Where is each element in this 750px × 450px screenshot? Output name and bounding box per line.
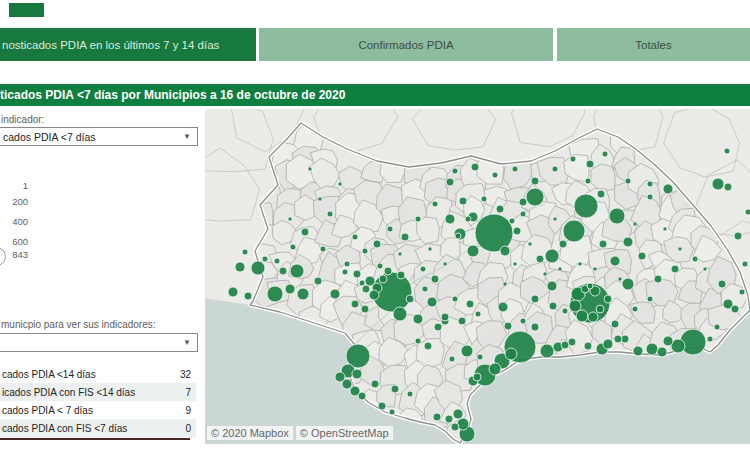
map-bubble[interactable]: [498, 302, 508, 312]
map-bubble[interactable]: [262, 256, 268, 262]
map-bubble[interactable]: [452, 296, 458, 302]
map-bubble[interactable]: [570, 156, 576, 162]
map-bubble[interactable]: [351, 300, 359, 308]
map-bubble[interactable]: [618, 277, 622, 281]
map-bubble[interactable]: [407, 391, 413, 397]
map-bubble[interactable]: [434, 323, 442, 331]
map-bubble[interactable]: [547, 281, 557, 291]
table-row[interactable]: icados PDIA con FIS <14 días 7: [0, 383, 196, 401]
map-bubble[interactable]: [739, 289, 745, 295]
map-bubble[interactable]: [288, 217, 292, 221]
map-bubble[interactable]: [445, 415, 453, 423]
map-bubble[interactable]: [513, 227, 521, 235]
map-bubble[interactable]: [519, 198, 527, 206]
map-bubble[interactable]: [406, 295, 414, 303]
map-bubble[interactable]: [610, 256, 620, 266]
map-bubble[interactable]: [428, 247, 432, 251]
map-bubble[interactable]: [603, 339, 613, 349]
table-row[interactable]: cados PDIA < 7 días 9: [0, 401, 196, 419]
map-bubble[interactable]: [377, 263, 383, 269]
map-bubble[interactable]: [308, 167, 312, 171]
map-bubble[interactable]: [465, 216, 471, 222]
map-bubble[interactable]: [593, 267, 597, 271]
map-bubble[interactable]: [654, 275, 662, 283]
map-bubble[interactable]: [540, 344, 554, 358]
map-bubble[interactable]: [373, 240, 381, 248]
map-bubble[interactable]: [611, 320, 619, 328]
map-bubble[interactable]: [638, 252, 646, 260]
municipality-dropdown[interactable]: ▼: [0, 333, 198, 352]
map-bubble[interactable]: [461, 345, 473, 357]
map-bubble[interactable]: [384, 267, 392, 275]
map-bubble[interactable]: [433, 413, 441, 421]
map-bubble[interactable]: [712, 178, 724, 190]
map-bubble[interactable]: [531, 323, 539, 331]
map-bubble[interactable]: [505, 348, 517, 360]
map-bubble[interactable]: [352, 234, 358, 240]
map-bubble[interactable]: [387, 226, 393, 232]
map-bubble[interactable]: [279, 267, 287, 275]
mapbox-attribution-link[interactable]: © 2020 Mapbox: [207, 426, 293, 440]
map-bubble[interactable]: [251, 261, 265, 275]
map-bubble[interactable]: [330, 289, 340, 299]
map-bubble[interactable]: [338, 182, 342, 186]
map-bubble[interactable]: [446, 178, 454, 186]
map-bubble[interactable]: [632, 306, 638, 312]
map-bubble[interactable]: [596, 305, 604, 313]
map-bubble[interactable]: [578, 262, 582, 266]
map-bubble[interactable]: [531, 177, 539, 185]
map-bubble[interactable]: [342, 379, 352, 389]
map-bubble[interactable]: [504, 322, 512, 330]
map-bubble[interactable]: [724, 148, 730, 154]
table-row[interactable]: cados PDIA con FIS <7 días 0: [0, 419, 196, 437]
map-bubble[interactable]: [477, 354, 483, 360]
map-bubble[interactable]: [441, 313, 449, 321]
map-bubble[interactable]: [378, 402, 386, 410]
map-bubble[interactable]: [244, 292, 252, 300]
map-bubble[interactable]: [397, 271, 405, 279]
map-bubble[interactable]: [473, 373, 481, 381]
map-bubble[interactable]: [646, 343, 658, 355]
map-bubble[interactable]: [584, 342, 592, 350]
map-bubble[interactable]: [531, 295, 539, 303]
map-visual[interactable]: © 2020 Mapbox © OpenStreetMap: [205, 109, 750, 444]
map-bubble[interactable]: [724, 183, 732, 191]
map-bubble[interactable]: [228, 287, 238, 297]
map-bubble[interactable]: [242, 249, 248, 255]
map-bubble[interactable]: [489, 363, 501, 375]
map-bubble[interactable]: [342, 269, 348, 275]
map-bubble[interactable]: [576, 310, 588, 322]
map-bubble[interactable]: [422, 286, 428, 292]
map-bubble[interactable]: [361, 305, 369, 313]
map-bubble[interactable]: [545, 249, 559, 263]
map-bubble[interactable]: [398, 252, 402, 256]
map-bubble[interactable]: [585, 178, 591, 184]
map-bubble[interactable]: [509, 218, 515, 224]
map-bubble[interactable]: [318, 197, 322, 201]
map-bubble[interactable]: [314, 277, 322, 285]
map-bubble[interactable]: [481, 196, 487, 202]
map-bubble[interactable]: [549, 302, 557, 310]
map-bubble[interactable]: [526, 188, 544, 206]
map-bubble[interactable]: [344, 261, 350, 267]
map-bubble[interactable]: [496, 205, 504, 213]
map-bubble[interactable]: [458, 317, 466, 325]
map-bubble[interactable]: [520, 318, 526, 324]
map-bubble[interactable]: [467, 245, 479, 257]
map-bubble[interactable]: [445, 214, 455, 224]
map-bubble[interactable]: [623, 237, 633, 247]
map-bubble[interactable]: [633, 346, 643, 356]
map-bubble[interactable]: [663, 336, 673, 346]
map-bubble[interactable]: [371, 380, 379, 388]
map-bubble[interactable]: [503, 282, 507, 286]
map-bubble[interactable]: [327, 211, 333, 217]
map-bubble[interactable]: [553, 217, 557, 221]
map-bubble[interactable]: [552, 166, 558, 172]
map-bubble[interactable]: [432, 201, 438, 207]
map-bubble[interactable]: [731, 305, 739, 313]
map-bubble[interactable]: [379, 275, 387, 283]
map-bubble[interactable]: [452, 168, 458, 174]
map-bubble[interactable]: [563, 220, 585, 242]
map-bubble[interactable]: [609, 208, 625, 224]
map-bubble[interactable]: [413, 314, 423, 324]
